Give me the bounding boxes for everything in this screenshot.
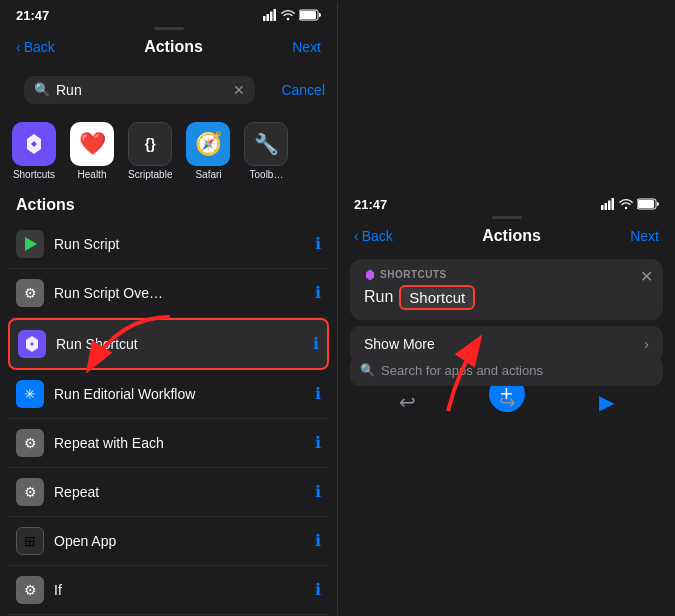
safari-app-label: Safari <box>195 169 221 180</box>
svg-rect-12 <box>638 200 654 208</box>
apps-scroll: Shortcuts ❤️ Health {} Scriptable 🧭 Safa… <box>0 116 337 186</box>
bottom-search-icon: 🔍 <box>360 363 375 377</box>
search-icon: 🔍 <box>34 82 50 97</box>
run-script-over-label: Run Script Ove… <box>54 285 315 301</box>
red-arrow-left <box>60 307 180 387</box>
app-toolbox[interactable]: 🔧 Toolb… <box>244 122 288 180</box>
run-text: Run <box>364 288 393 306</box>
shortcuts-icon <box>12 122 56 166</box>
svg-rect-9 <box>608 201 611 211</box>
right-drag-handle <box>492 216 522 219</box>
toolbox-icon: 🔧 <box>244 122 288 166</box>
left-status-icons <box>263 9 321 21</box>
right-back-label: Back <box>362 228 393 244</box>
repeat-icon: ⚙ <box>16 478 44 506</box>
red-arrow-right <box>388 321 518 421</box>
action-repeat[interactable]: ⚙ Repeat ℹ <box>8 468 329 517</box>
app-shortcuts[interactable]: Shortcuts <box>12 122 56 180</box>
scriptable-icon: {} <box>128 122 172 166</box>
right-chevron-left-icon: ‹ <box>354 228 359 244</box>
drag-handle <box>154 27 184 30</box>
health-icon: ❤️ <box>70 122 114 166</box>
action-run-script[interactable]: Run Script ℹ <box>8 220 329 269</box>
svg-rect-8 <box>605 203 608 210</box>
shortcuts-app-icon <box>21 131 47 157</box>
run-shortcut-info-icon[interactable]: ℹ <box>313 334 319 353</box>
right-status-time: 21:47 <box>354 197 387 212</box>
left-nav-title: Actions <box>144 38 203 56</box>
run-script-over-icon: ⚙ <box>16 279 44 307</box>
right-battery-icon <box>637 198 659 210</box>
back-label: Back <box>24 39 55 55</box>
right-signal-icon <box>601 198 615 210</box>
right-next-button[interactable]: Next <box>630 228 659 244</box>
search-row: 🔍 Run ✕ Cancel <box>12 70 325 110</box>
left-status-time: 21:47 <box>16 8 49 23</box>
svg-marker-6 <box>25 237 37 251</box>
action-open-app[interactable]: ⊞ Open App ℹ <box>8 517 329 566</box>
open-app-label: Open App <box>54 533 315 549</box>
search-bar[interactable]: 🔍 Run ✕ <box>24 76 255 104</box>
card-close-button[interactable]: ✕ <box>640 267 653 286</box>
play-button[interactable]: ▶ <box>599 390 614 414</box>
left-next-button[interactable]: Next <box>292 39 321 55</box>
health-app-label: Health <box>78 169 107 180</box>
run-shortcut-icon <box>18 330 46 358</box>
shortcuts-card: SHORTCUTS Run Shortcut ✕ <box>350 259 663 320</box>
svg-rect-0 <box>263 16 266 21</box>
run-script-icon <box>16 230 44 258</box>
safari-icon: 🧭 <box>186 122 230 166</box>
repeat-info-icon[interactable]: ℹ <box>315 482 321 501</box>
action-repeat-each[interactable]: ⚙ Repeat with Each ℹ <box>8 419 329 468</box>
svg-rect-3 <box>274 9 277 21</box>
svg-rect-7 <box>601 205 604 210</box>
right-phone: 21:47 ‹ Back Ac <box>338 191 675 426</box>
svg-rect-5 <box>300 11 316 19</box>
app-safari[interactable]: 🧭 Safari <box>186 122 230 180</box>
open-app-icon: ⊞ <box>16 527 44 555</box>
toolbox-app-label: Toolb… <box>250 169 284 180</box>
if-info-icon[interactable]: ℹ <box>315 580 321 599</box>
repeat-label: Repeat <box>54 484 315 500</box>
open-app-info-icon[interactable]: ℹ <box>315 531 321 550</box>
battery-icon <box>299 9 321 21</box>
right-status-icons <box>601 198 659 210</box>
scriptable-app-label: Scriptable <box>128 169 172 180</box>
left-back-button[interactable]: ‹ Back <box>16 39 55 55</box>
svg-rect-1 <box>267 14 270 21</box>
repeat-each-icon: ⚙ <box>16 429 44 457</box>
search-clear-icon[interactable]: ✕ <box>233 82 245 98</box>
action-list: Run Script ℹ ⚙ Run Script Ove… ℹ Run Sho… <box>0 220 337 615</box>
chevron-left-icon: ‹ <box>16 39 21 55</box>
run-editorial-icon: ✳ <box>16 380 44 408</box>
run-script-label: Run Script <box>54 236 315 252</box>
left-phone: 21:47 ‹ Back Ac <box>0 2 338 615</box>
right-nav-bar: ‹ Back Actions Next <box>338 223 675 253</box>
shortcuts-card-icon <box>364 269 376 281</box>
run-editorial-info-icon[interactable]: ℹ <box>315 384 321 403</box>
repeat-each-label: Repeat with Each <box>54 435 315 451</box>
run-script-over-info-icon[interactable]: ℹ <box>315 283 321 302</box>
left-status-bar: 21:47 <box>0 2 337 27</box>
run-script-info-icon[interactable]: ℹ <box>315 234 321 253</box>
right-wifi-icon <box>619 198 633 210</box>
shortcut-pill[interactable]: Shortcut <box>399 285 475 310</box>
show-more-chevron-icon: › <box>644 336 649 352</box>
shortcuts-app-label: Shortcuts <box>13 169 55 180</box>
search-input[interactable]: Run <box>56 82 227 98</box>
right-back-button[interactable]: ‹ Back <box>354 228 393 244</box>
play-icon <box>21 235 39 253</box>
app-scriptable[interactable]: {} Scriptable <box>128 122 172 180</box>
right-nav-title: Actions <box>482 227 541 245</box>
if-label: If <box>54 582 315 598</box>
signal-icon <box>263 9 277 21</box>
action-if[interactable]: ⚙ If ℹ <box>8 566 329 615</box>
right-status-bar: 21:47 <box>338 191 675 216</box>
app-health[interactable]: ❤️ Health <box>70 122 114 180</box>
run-editorial-label: Run Editorial Workflow <box>54 386 315 402</box>
shortcuts-run-row: Run Shortcut <box>364 285 649 310</box>
search-cancel-button[interactable]: Cancel <box>281 82 325 98</box>
svg-rect-10 <box>612 198 615 210</box>
repeat-each-info-icon[interactable]: ℹ <box>315 433 321 452</box>
svg-rect-2 <box>270 12 273 22</box>
